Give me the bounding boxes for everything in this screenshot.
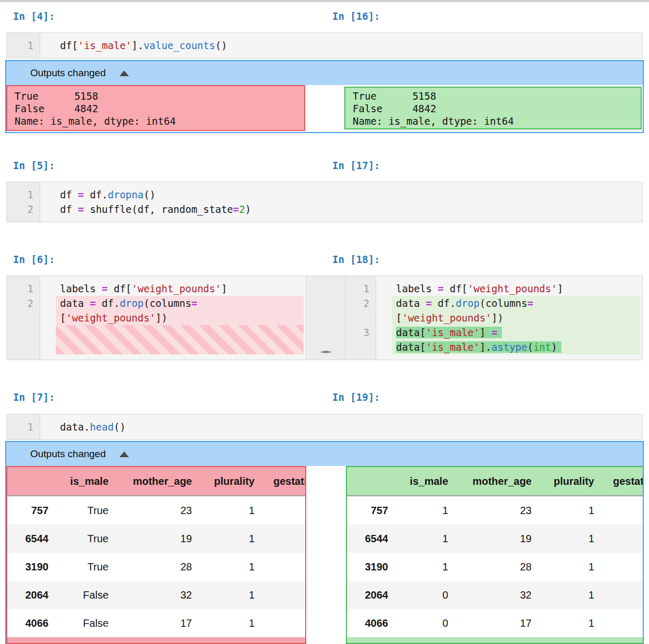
table-cell: True xyxy=(57,496,117,524)
code-line: labels = df['weight_pounds'] xyxy=(56,281,304,296)
outputs-changed-banner[interactable]: Outputs changed xyxy=(6,61,643,85)
removed-output: True 5158 False 4842 Name: is_male, dtyp… xyxy=(6,85,305,131)
table-row: 31901281 xyxy=(347,553,644,581)
code-token: data. xyxy=(60,421,90,433)
input-prompt-right: In [16]: xyxy=(332,10,380,22)
code-token: labels xyxy=(60,283,102,294)
collapse-arrow-icon[interactable] xyxy=(119,451,129,457)
code-token: df xyxy=(60,204,78,215)
outputs-diff-section: Outputs changed is_malemother_ageplurali… xyxy=(5,441,644,644)
table-cell: 28 xyxy=(456,553,540,581)
code-token: 'is_male' xyxy=(426,327,479,338)
row-index: 757 xyxy=(347,496,396,524)
collapse-unchanged-icon[interactable]: ⇒⇐ xyxy=(306,346,345,356)
code-token: 'weight_pounds' xyxy=(402,312,491,324)
table-cell xyxy=(263,581,306,609)
code-token: ( xyxy=(527,341,533,353)
table-body: 757123165441191319012812064032140660171 xyxy=(347,496,644,637)
code-token: = xyxy=(78,204,83,215)
table-cell: 1 xyxy=(540,581,603,609)
code-diff-cell: 12 labels = df['weight_pounds']data = df… xyxy=(6,276,643,360)
code-line: ['weight_pounds']) xyxy=(56,311,304,325)
code-token: drop xyxy=(119,297,143,309)
code-line: data = df.drop(columns= xyxy=(392,296,640,311)
code-area: df = df.dropna()df = shuffle(df, random_… xyxy=(40,182,642,222)
code-token: drop xyxy=(455,297,479,309)
table-cell: 1 xyxy=(200,609,263,637)
code-token: (columns xyxy=(143,297,191,309)
outputs-diff-content: True 5158 False 4842 Name: is_male, dtyp… xyxy=(6,85,643,132)
code-token: = xyxy=(90,297,95,309)
code-token: 'weight_pounds' xyxy=(131,283,221,294)
column-header: gestati xyxy=(263,467,306,496)
table-cell: False xyxy=(57,609,117,637)
table-cell: 19 xyxy=(117,524,200,553)
code-token: value_counts xyxy=(143,40,215,51)
code-token: ) xyxy=(245,204,251,215)
code-token: dropna xyxy=(108,189,144,200)
input-prompt-left: In [4]: xyxy=(13,10,55,22)
code-token: df. xyxy=(84,189,108,200)
code-area: df['is_male'].value_counts() xyxy=(40,33,642,58)
code-token: 'is_male' xyxy=(78,40,131,51)
row-index: 6544 xyxy=(347,524,396,553)
line-number-gutter-left: 12 xyxy=(7,276,40,360)
code-cell: 1 data.head() xyxy=(6,414,643,440)
line-number xyxy=(7,311,40,325)
added-chunk: data['is_male'] = xyxy=(396,327,502,338)
column-header xyxy=(7,467,57,496)
line-number: 1 xyxy=(345,281,376,296)
code-token: () xyxy=(114,421,126,433)
code-token: () xyxy=(143,189,155,200)
input-prompt-right: In [19]: xyxy=(332,391,380,403)
row-index: 3190 xyxy=(7,553,57,581)
line-number-gutter: 1 xyxy=(7,414,40,439)
table-cell xyxy=(263,496,306,524)
table-cell xyxy=(263,609,306,637)
code-area-right: labels = df['weight_pounds']data = df.dr… xyxy=(376,276,642,360)
code-cell: 12 df = df.dropna()df = shuffle(df, rand… xyxy=(6,182,643,222)
removed-output-table-box: is_malemother_agepluralitygestati757True… xyxy=(6,466,306,644)
row-index: 6544 xyxy=(7,524,57,553)
code-line: data.head() xyxy=(40,420,642,434)
table-row: 40660171 xyxy=(347,609,644,637)
collapse-arrow-icon[interactable] xyxy=(119,70,129,76)
table-cell: 0 xyxy=(396,581,456,609)
column-header: is_male xyxy=(396,467,456,496)
code-area-left: labels = df['weight_pounds']data = df.dr… xyxy=(40,276,306,360)
code-cell: 1 df['is_male'].value_counts() xyxy=(6,32,643,58)
table-body: 757True2316544True1913190True2812064Fals… xyxy=(7,496,306,637)
line-number-gutter: 12 xyxy=(7,182,40,222)
code-token: data xyxy=(60,297,90,309)
code-token: df[ xyxy=(60,40,78,51)
table-cell: 23 xyxy=(456,496,540,524)
code-token: int xyxy=(533,341,551,353)
column-header xyxy=(347,467,396,496)
table-cell: 1 xyxy=(200,524,263,553)
code-token: [ xyxy=(396,312,402,324)
table-cell: 19 xyxy=(456,524,540,553)
dataframe-table-added: is_malemother_agepluralitygestati7571231… xyxy=(347,467,644,637)
table-cell xyxy=(263,524,306,553)
table-cell: 1 xyxy=(540,553,603,581)
code-token: = xyxy=(102,283,107,294)
code-token: [ xyxy=(60,312,66,324)
row-index: 3190 xyxy=(347,553,396,581)
column-header: mother_age xyxy=(456,467,540,496)
table-row: 65441191 xyxy=(347,524,644,553)
code-token: ) xyxy=(551,341,557,353)
table-cell: 32 xyxy=(456,581,540,609)
dataframe-table-removed: is_malemother_agepluralitygestati757True… xyxy=(7,467,306,637)
code-token: 'is_male' xyxy=(426,341,479,353)
table-row: 7571231 xyxy=(347,496,644,524)
added-output: True 5158 False 4842 Name: is_male, dtyp… xyxy=(344,87,642,129)
code-line: ['weight_pounds']) xyxy=(392,311,640,325)
code-token: ]. xyxy=(131,40,143,51)
outputs-changed-banner[interactable]: Outputs changed xyxy=(6,442,643,466)
line-number-gutter-right: 123 xyxy=(345,276,376,360)
line-number: 2 xyxy=(7,202,40,217)
outputs-diff-content: is_malemother_agepluralitygestati757True… xyxy=(6,466,643,644)
line-number: 1 xyxy=(7,187,40,202)
code-token: shuffle(df, random_state xyxy=(84,204,233,215)
outputs-changed-label: Outputs changed xyxy=(30,67,106,79)
